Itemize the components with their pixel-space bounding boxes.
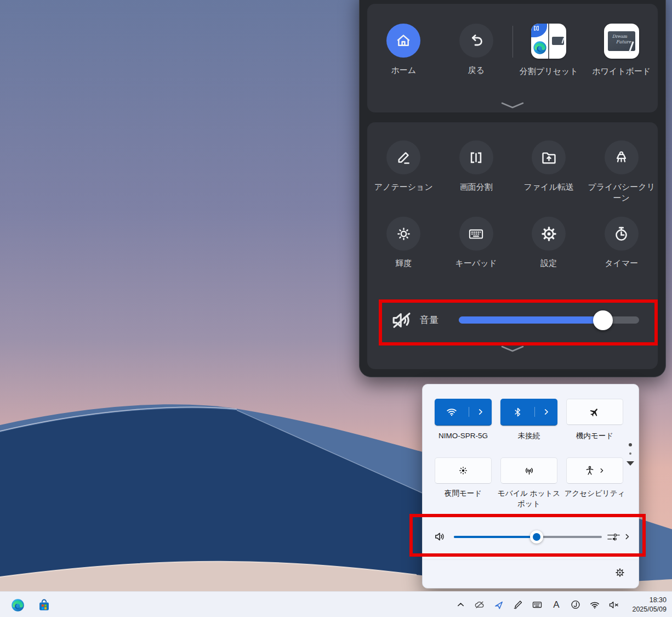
back-arrow-icon [459, 24, 493, 58]
whiteboard-thumb-icon [552, 37, 564, 45]
hotspot-icon [523, 465, 535, 477]
quick-settings-gear-icon[interactable] [615, 568, 625, 578]
system-tray: A [455, 592, 619, 617]
home-label: ホーム [391, 65, 416, 76]
brightness-icon [386, 217, 420, 251]
journal-app-icon[interactable] [570, 599, 581, 610]
assistant-tools-section: アノテーション 画面分割 ファイル転送 プライバシークリーン [367, 122, 658, 369]
broom-icon [605, 140, 639, 174]
microsoft-store-icon [37, 598, 52, 613]
system-volume-slider[interactable] [454, 536, 602, 538]
home-button[interactable]: ホーム [367, 24, 440, 77]
bluetooth-icon [500, 407, 534, 417]
privacy-clean-button[interactable]: プライバシークリーン [585, 140, 658, 203]
page-dot-2 [629, 452, 631, 455]
volume-muted-tray-icon[interactable] [608, 599, 619, 610]
pencil-icon [386, 140, 420, 174]
system-volume-fill [454, 536, 537, 538]
section-divider [512, 26, 513, 58]
split-preset-button[interactable]: 分割プリセット [512, 24, 585, 77]
volume-slider-fill [459, 316, 603, 324]
back-button[interactable]: 戻る [440, 24, 513, 77]
timer-icon [605, 217, 639, 251]
audio-output-chevron-icon[interactable] [623, 532, 632, 541]
wifi-label: NIMO-SPR-5G [428, 431, 499, 441]
timer-label: タイマー [605, 258, 638, 269]
keypad-label: キーパッド [455, 258, 497, 269]
collapse-chevron-icon[interactable] [500, 345, 525, 353]
gear-icon [532, 217, 566, 251]
pen-icon[interactable] [512, 599, 523, 610]
location-arrow-icon[interactable] [493, 599, 504, 610]
hidden-icons-chevron-icon[interactable] [455, 599, 466, 610]
wifi-expand-chevron-icon[interactable] [469, 407, 492, 417]
accessibility-chevron-icon [598, 467, 606, 474]
assistant-app-section: ホーム 戻る [367, 4, 658, 112]
taskbar-store-button[interactable] [36, 597, 52, 613]
accessibility-icon [584, 465, 595, 476]
night-mode-button[interactable] [435, 457, 492, 484]
timer-button[interactable]: タイマー [585, 217, 658, 269]
volume-slider-thumb[interactable] [593, 310, 613, 330]
edge-logo-icon [532, 40, 548, 55]
volume-label: 音量 [420, 314, 438, 326]
taskbar-edge-button[interactable] [9, 597, 26, 613]
mobile-hotspot-label: モバイル ホットスポット [495, 488, 563, 509]
page-down-arrow-icon[interactable] [627, 461, 634, 466]
onedrive-icon[interactable] [474, 599, 485, 610]
annotation-label: アノテーション [374, 182, 433, 193]
airplane-icon [589, 406, 600, 417]
desktop: ホーム 戻る [0, 0, 672, 617]
accessibility-label: アクセシビリティ [559, 488, 630, 499]
taskbar: A 18:30 2025/05/09 [0, 591, 672, 617]
file-transfer-button[interactable]: ファイル転送 [512, 140, 585, 203]
screen-split-icon [459, 140, 493, 174]
airplane-mode-label: 機内モード [559, 431, 630, 441]
ime-mode-indicator[interactable]: A [551, 599, 562, 610]
split-preset-icon [531, 24, 566, 59]
whiteboard-button[interactable]: Dream Future ホワイトボード [585, 24, 658, 77]
accessibility-button[interactable] [566, 457, 623, 484]
settings-label: 設定 [540, 258, 557, 269]
taskbar-clock[interactable]: 18:30 2025/05/09 [632, 596, 667, 614]
system-volume-thumb[interactable] [530, 530, 543, 544]
whiteboard-icon: Dream Future [604, 24, 639, 59]
wifi-icon [435, 406, 469, 418]
collapse-chevron-icon[interactable] [500, 101, 525, 109]
brightness-label: 輝度 [395, 258, 412, 269]
annotation-button[interactable]: アノテーション [367, 140, 440, 203]
volume-slider[interactable] [459, 316, 639, 324]
screen-split-button[interactable]: 画面分割 [440, 140, 513, 203]
speaker-icon[interactable] [434, 530, 446, 543]
folder-upload-icon [532, 140, 566, 174]
clock-date: 2025/05/09 [632, 605, 667, 614]
whiteboard-label: ホワイトボード [592, 66, 651, 77]
bluetooth-label: 未接続 [493, 431, 565, 441]
settings-button[interactable]: 設定 [512, 217, 585, 269]
whiteboard-text-line1: Dream [612, 34, 635, 39]
brightness-button[interactable]: 輝度 [367, 217, 440, 269]
back-label: 戻る [468, 65, 485, 76]
audio-output-icon[interactable] [606, 530, 621, 544]
clock-time: 18:30 [632, 596, 667, 605]
page-dot-1 [629, 443, 632, 446]
night-mode-icon [458, 465, 469, 476]
split-badge-icon [531, 24, 547, 37]
wifi-tray-icon[interactable] [589, 599, 600, 610]
night-mode-label: 夜間モード [428, 488, 499, 499]
airplane-mode-button[interactable] [566, 399, 623, 425]
bluetooth-expand-chevron-icon[interactable] [534, 407, 557, 417]
edge-icon [10, 598, 25, 613]
file-transfer-label: ファイル転送 [524, 182, 574, 193]
bluetooth-button[interactable] [500, 399, 557, 426]
muted-speaker-icon[interactable] [390, 309, 413, 332]
split-preset-label: 分割プリセット [520, 66, 578, 77]
wifi-button[interactable] [435, 399, 492, 426]
screen-split-label: 画面分割 [460, 182, 493, 193]
keypad-button[interactable]: キーパッド [440, 217, 513, 269]
mobile-hotspot-button[interactable] [500, 457, 557, 484]
privacy-clean-label: プライバシークリーン [585, 182, 658, 203]
home-icon [386, 24, 420, 58]
touch-keyboard-icon[interactable] [532, 599, 543, 610]
keypad-icon [459, 217, 493, 251]
